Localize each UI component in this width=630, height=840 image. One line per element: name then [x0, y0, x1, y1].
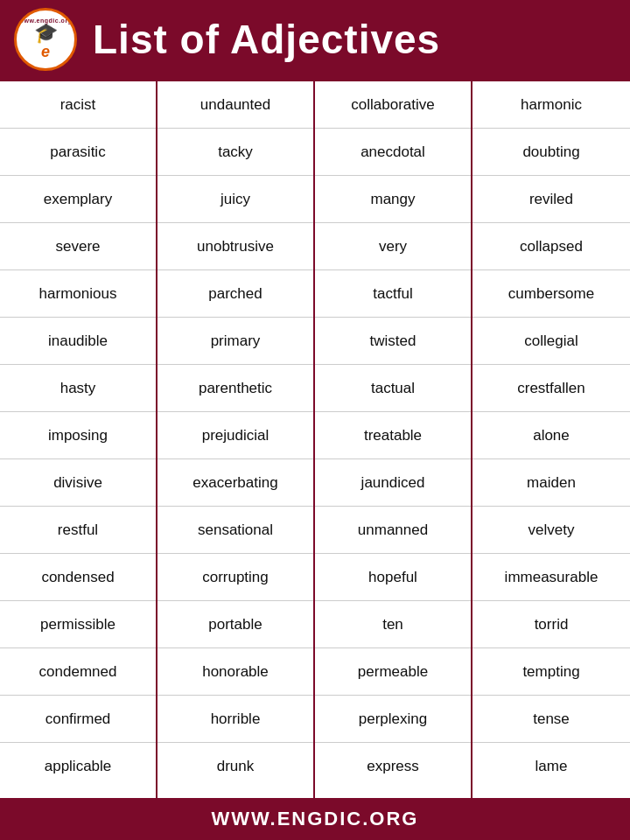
word-cell-2-9: unmanned [315, 507, 471, 554]
word-cell-3-9: velvety [472, 507, 630, 554]
word-cell-0-0: racist [0, 81, 156, 129]
word-cell-1-10: corrupting [158, 554, 313, 601]
word-cell-0-5: inaudible [0, 318, 156, 365]
content-area: racistparasiticexemplarysevereharmonious… [0, 79, 630, 798]
word-cell-0-14: applicable [0, 743, 156, 790]
word-cell-2-8: jaundiced [315, 459, 471, 507]
word-cell-2-13: perplexing [315, 696, 471, 743]
word-cell-2-11: ten [315, 601, 471, 648]
word-cell-3-10: immeasurable [472, 554, 630, 601]
word-cell-1-4: parched [158, 270, 313, 318]
word-cell-3-0: harmonic [472, 81, 630, 129]
word-cell-3-6: crestfallen [472, 365, 630, 412]
word-cell-0-8: divisive [0, 459, 156, 507]
word-cell-3-13: tense [472, 696, 630, 743]
word-cell-1-2: juicy [158, 176, 313, 223]
column-1: racistparasiticexemplarysevereharmonious… [0, 81, 158, 798]
word-cell-2-12: permeable [315, 648, 471, 696]
logo: www.engdic.org 🎓 e [14, 8, 77, 71]
word-cell-2-10: hopeful [315, 554, 471, 601]
word-cell-3-14: lame [472, 743, 630, 790]
logo-hat-icon: 🎓 [34, 24, 58, 43]
word-cell-1-9: sensational [158, 507, 313, 554]
word-cell-3-7: alone [472, 412, 630, 459]
word-cell-2-2: mangy [315, 176, 471, 223]
word-cell-0-9: restful [0, 507, 156, 554]
word-cell-1-6: parenthetic [158, 365, 313, 412]
footer-url: WWW.ENGDIC.ORG [212, 808, 419, 830]
column-2: undauntedtackyjuicyunobtrusiveparchedpri… [158, 81, 315, 798]
word-cell-1-1: tacky [158, 129, 313, 176]
word-cell-1-5: primary [158, 318, 313, 365]
word-cell-1-0: undaunted [158, 81, 313, 129]
word-cell-2-3: very [315, 223, 471, 270]
word-cell-2-1: anecdotal [315, 129, 471, 176]
word-cell-2-0: collaborative [315, 81, 471, 129]
word-cell-1-3: unobtrusive [158, 223, 313, 270]
word-cell-3-2: reviled [472, 176, 630, 223]
word-cell-2-5: twisted [315, 318, 471, 365]
word-cell-3-8: maiden [472, 459, 630, 507]
word-cell-3-1: doubting [472, 129, 630, 176]
word-cell-3-5: collegial [472, 318, 630, 365]
word-cell-0-4: harmonious [0, 270, 156, 318]
logo-e-letter: e [41, 43, 50, 61]
word-cell-1-8: exacerbating [158, 459, 313, 507]
page-header: www.engdic.org 🎓 e List of Adjectives [0, 0, 630, 79]
word-cell-1-11: portable [158, 601, 313, 648]
word-cell-1-7: prejudicial [158, 412, 313, 459]
word-cell-0-2: exemplary [0, 176, 156, 223]
word-cell-3-12: tempting [472, 648, 630, 696]
column-3: collaborativeanecdotalmangyverytactfultw… [315, 81, 472, 798]
word-cell-0-10: condensed [0, 554, 156, 601]
word-cell-0-6: hasty [0, 365, 156, 412]
word-cell-3-11: torrid [472, 601, 630, 648]
word-cell-2-7: treatable [315, 412, 471, 459]
word-cell-0-11: permissible [0, 601, 156, 648]
word-cell-1-12: honorable [158, 648, 313, 696]
column-4: harmonicdoubtingreviledcollapsedcumberso… [472, 81, 630, 798]
word-cell-2-14: express [315, 743, 471, 790]
word-cell-0-3: severe [0, 223, 156, 270]
word-cell-1-13: horrible [158, 696, 313, 743]
word-cell-0-1: parasitic [0, 129, 156, 176]
word-cell-1-14: drunk [158, 743, 313, 790]
word-cell-2-4: tactful [315, 270, 471, 318]
page-title: List of Adjectives [93, 16, 440, 63]
word-cell-0-12: condemned [0, 648, 156, 696]
word-cell-3-3: collapsed [472, 223, 630, 270]
page-footer: WWW.ENGDIC.ORG [0, 798, 630, 840]
word-grid: racistparasiticexemplarysevereharmonious… [0, 79, 630, 798]
word-cell-0-7: imposing [0, 412, 156, 459]
word-cell-0-13: confirmed [0, 696, 156, 743]
word-cell-3-4: cumbersome [472, 270, 630, 318]
word-cell-2-6: tactual [315, 365, 471, 412]
